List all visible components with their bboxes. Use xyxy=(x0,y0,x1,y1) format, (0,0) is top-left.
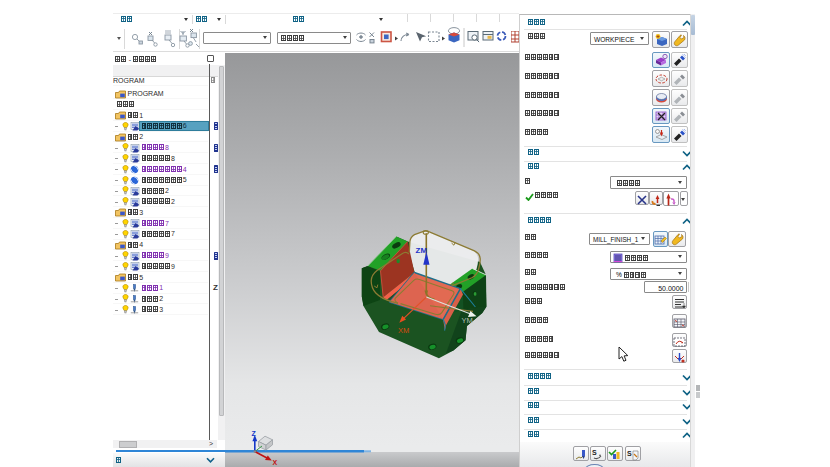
svg-text:Z: Z xyxy=(252,430,257,437)
svg-text:YM: YM xyxy=(462,316,473,325)
svg-text:S: S xyxy=(592,449,597,456)
svg-text:ZM: ZM xyxy=(416,246,428,255)
svg-text:S: S xyxy=(627,450,632,457)
svg-text:XM: XM xyxy=(398,326,409,335)
svg-text:X: X xyxy=(273,459,278,466)
